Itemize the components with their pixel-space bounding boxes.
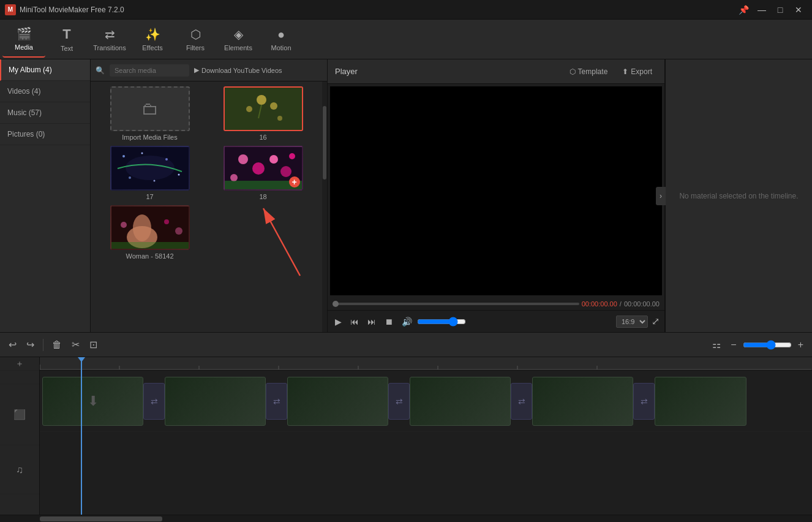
template-icon: ⬡: [570, 67, 576, 76]
timeline-transition-3[interactable]: ⇄: [388, 383, 410, 420]
sidebar-item-music[interactable]: Music (57): [0, 102, 90, 124]
sidebar-item-videos[interactable]: Videos (4): [0, 81, 90, 102]
add-to-timeline-button[interactable]: +: [289, 176, 300, 187]
media-grid: 🗀 Import Media Files 📹: [91, 81, 322, 332]
import-media-item[interactable]: 🗀 Import Media Files: [96, 86, 204, 141]
media-thumb-16[interactable]: 📹: [224, 86, 303, 131]
next-frame-button[interactable]: ⏭: [365, 316, 378, 328]
transitions-icon: ⇄: [105, 27, 115, 42]
toolbar-text[interactable]: T Text: [45, 21, 88, 58]
media-item-16[interactable]: 📹: [209, 86, 317, 141]
progress-dot[interactable]: [333, 301, 339, 307]
import-label: Import Media Files: [122, 134, 177, 141]
timeline-clip-6[interactable]: [655, 377, 746, 426]
player-title: Player: [335, 67, 358, 76]
svg-point-11: [178, 174, 179, 176]
timeline-clip-import[interactable]: ⬇: [42, 377, 143, 426]
cut-button[interactable]: ✂: [68, 336, 83, 353]
timeline-right-controls: ⚏ − +: [709, 336, 807, 353]
aspect-ratio-select[interactable]: 16:9 4:3 1:1 9:16: [616, 316, 648, 328]
progress-bar[interactable]: [333, 303, 579, 305]
import-thumb[interactable]: 🗀: [110, 86, 190, 131]
toolbar-effects[interactable]: ✨ Effects: [131, 21, 174, 58]
player-progress-bar: 00:00:00.00 / 00:00:00.00: [328, 298, 664, 310]
media-scrollbar[interactable]: [322, 81, 327, 332]
timeline-transition-2[interactable]: ⇄: [266, 383, 287, 420]
current-time: 00:00:00.00: [582, 300, 617, 308]
media-thumb-woman[interactable]: 📹: [110, 205, 190, 250]
scrollbar-thumb[interactable]: [323, 106, 326, 180]
sidebar-item-my-album[interactable]: My Album (4): [0, 59, 90, 81]
text-icon: T: [62, 26, 70, 42]
svg-point-8: [122, 155, 125, 157]
download-youtube-button[interactable]: ▶ Download YouTube Videos: [194, 66, 282, 74]
redo-button[interactable]: ↪: [23, 336, 38, 353]
zoom-out-button[interactable]: −: [727, 337, 740, 353]
timeline-transition-1[interactable]: ⇄: [143, 383, 165, 420]
add-track-button[interactable]: ＋: [0, 357, 39, 371]
restore-button[interactable]: □: [772, 3, 789, 17]
volume-button[interactable]: 🔊: [399, 316, 415, 328]
zoom-slider[interactable]: [743, 340, 792, 350]
toolbar-media[interactable]: 🎬 Media: [2, 21, 45, 58]
timeline-scrollbar[interactable]: [0, 515, 812, 522]
media-panel: My Album (4) Videos (4) Music (57) Pictu…: [0, 59, 327, 332]
zoom-in-button[interactable]: +: [794, 337, 807, 353]
toolbar-filters[interactable]: ⬡ Filters: [174, 21, 217, 58]
toolbar-filters-label: Filters: [186, 44, 205, 51]
svg-point-15: [238, 154, 248, 164]
total-time: 00:00:00.00: [624, 300, 660, 308]
volume-slider[interactable]: [417, 317, 466, 327]
timeline-scrollbar-thumb[interactable]: [40, 516, 162, 521]
play-button[interactable]: ▶: [333, 316, 344, 328]
player-controls: ▶ ⏮ ⏭ ⏹ 🔊 16:9 4:3 1:1 9:16 ⤢: [328, 310, 664, 332]
stop-button[interactable]: ⏹: [382, 316, 396, 328]
export-icon: ⬆: [622, 67, 628, 76]
app-container: 🎬 Media T Text ⇄ Transitions ✨ Effects ⬡…: [0, 20, 812, 522]
video-track: ⬇ ⇄ ⇄ ⇄: [40, 371, 812, 432]
timeline-content[interactable]: ⬇ ⇄ ⇄ ⇄: [40, 357, 812, 515]
toolbar-motion[interactable]: ● Motion: [260, 21, 303, 58]
close-button[interactable]: ✕: [790, 3, 807, 17]
svg-point-18: [280, 166, 291, 177]
svg-point-24: [133, 214, 151, 241]
delete-button[interactable]: 🗑: [48, 337, 66, 353]
media-thumb-18[interactable]: 📹: [224, 146, 303, 191]
svg-point-27: [175, 227, 182, 235]
panel-toggle-button[interactable]: ›: [656, 187, 666, 205]
motion-icon: ●: [277, 28, 285, 42]
timeline-transition-4[interactable]: ⇄: [511, 383, 532, 420]
template-button[interactable]: ⬡ Template: [565, 65, 613, 78]
media-item-18[interactable]: 📹: [209, 146, 317, 200]
svg-point-3: [246, 106, 252, 112]
undo-button[interactable]: ↩: [5, 336, 20, 353]
toolbar-text-label: Text: [61, 45, 73, 52]
media-thumb-17[interactable]: 📹: [110, 146, 190, 191]
timeline-clip-4[interactable]: [410, 377, 511, 426]
media-label-16: 16: [259, 134, 266, 141]
filters-icon: ⬡: [190, 27, 201, 42]
prev-frame-button[interactable]: ⏮: [348, 316, 361, 328]
split-button[interactable]: ⚏: [709, 336, 724, 353]
timeline-clip-3[interactable]: [287, 377, 388, 426]
svg-point-26: [164, 219, 169, 224]
toolbar-transitions[interactable]: ⇄ Transitions: [88, 21, 131, 58]
media-item-17[interactable]: 📹: [96, 146, 204, 200]
media-item-woman[interactable]: 📹: [96, 205, 204, 260]
timeline-clip-2[interactable]: [165, 377, 266, 426]
search-input[interactable]: [110, 64, 189, 77]
media-label-18: 18: [259, 193, 266, 200]
template-label: Template: [578, 67, 608, 76]
pin-button[interactable]: 📌: [735, 3, 752, 17]
crop-button[interactable]: ⊡: [86, 336, 101, 353]
timeline-clip-5[interactable]: [532, 377, 633, 426]
fullscreen-button[interactable]: ⤢: [652, 316, 660, 327]
media-sidebar: My Album (4) Videos (4) Music (57) Pictu…: [0, 59, 91, 332]
toolbar-elements[interactable]: ◈ Elements: [217, 21, 260, 58]
minimize-button[interactable]: —: [753, 3, 770, 17]
sidebar-item-pictures[interactable]: Pictures (0): [0, 124, 90, 145]
timeline-ruler: [40, 357, 812, 371]
timeline-transition-5[interactable]: ⇄: [633, 383, 655, 420]
add-track-icon: ＋: [15, 358, 24, 369]
export-button[interactable]: ⬆ Export: [617, 65, 657, 78]
